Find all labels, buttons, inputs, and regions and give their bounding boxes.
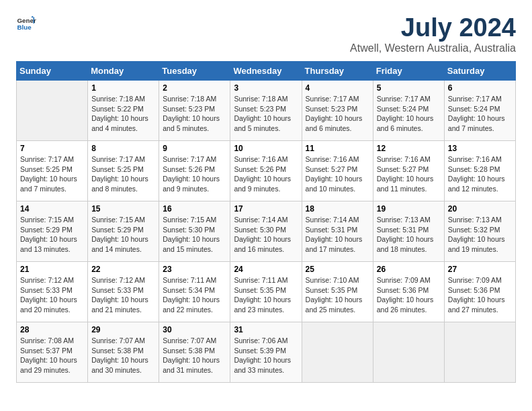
weekday-header-friday: Friday — [373, 62, 444, 81]
weekday-header-tuesday: Tuesday — [159, 62, 230, 81]
day-info: Sunrise: 7:07 AM Sunset: 5:38 PM Dayligh… — [163, 336, 226, 375]
day-info: Sunrise: 7:06 AM Sunset: 5:39 PM Dayligh… — [234, 336, 298, 375]
day-number: 19 — [377, 204, 441, 214]
day-info: Sunrise: 7:18 AM Sunset: 5:22 PM Dayligh… — [91, 94, 155, 134]
day-number: 8 — [91, 144, 155, 153]
day-info: Sunrise: 7:14 AM Sunset: 5:31 PM Dayligh… — [306, 215, 369, 255]
day-info: Sunrise: 7:12 AM Sunset: 5:33 PM Dayligh… — [20, 275, 84, 315]
calendar-cell: 23Sunrise: 7:11 AM Sunset: 5:34 PM Dayli… — [159, 262, 230, 322]
calendar-cell: 4Sunrise: 7:17 AM Sunset: 5:23 PM Daylig… — [302, 81, 373, 141]
day-number: 3 — [234, 83, 298, 93]
day-number: 31 — [234, 325, 298, 334]
day-info: Sunrise: 7:17 AM Sunset: 5:24 PM Dayligh… — [377, 94, 441, 134]
day-info: Sunrise: 7:18 AM Sunset: 5:23 PM Dayligh… — [234, 94, 298, 134]
calendar-cell: 5Sunrise: 7:17 AM Sunset: 5:24 PM Daylig… — [373, 81, 444, 141]
day-number: 2 — [163, 83, 226, 93]
title-block: July 2024 Atwell, Western Australia, Aus… — [350, 13, 516, 54]
day-number: 24 — [234, 265, 298, 274]
calendar-cell: 26Sunrise: 7:09 AM Sunset: 5:36 PM Dayli… — [373, 262, 444, 322]
calendar-cell: 12Sunrise: 7:16 AM Sunset: 5:27 PM Dayli… — [373, 141, 444, 201]
calendar-cell: 7Sunrise: 7:17 AM Sunset: 5:25 PM Daylig… — [17, 141, 88, 201]
day-info: Sunrise: 7:13 AM Sunset: 5:32 PM Dayligh… — [448, 215, 512, 255]
day-number: 21 — [20, 265, 84, 274]
calendar-cell: 1Sunrise: 7:18 AM Sunset: 5:22 PM Daylig… — [88, 81, 159, 141]
day-number: 29 — [91, 325, 155, 334]
day-info: Sunrise: 7:09 AM Sunset: 5:36 PM Dayligh… — [448, 275, 512, 315]
calendar-cell — [444, 322, 515, 383]
calendar-cell: 11Sunrise: 7:16 AM Sunset: 5:27 PM Dayli… — [302, 141, 373, 201]
day-number: 11 — [306, 144, 369, 153]
calendar-cell: 16Sunrise: 7:15 AM Sunset: 5:30 PM Dayli… — [159, 201, 230, 262]
day-info: Sunrise: 7:14 AM Sunset: 5:30 PM Dayligh… — [234, 215, 298, 255]
calendar-cell: 8Sunrise: 7:17 AM Sunset: 5:25 PM Daylig… — [88, 141, 159, 201]
day-info: Sunrise: 7:11 AM Sunset: 5:34 PM Dayligh… — [163, 275, 226, 315]
logo-icon: General Blue — [16, 13, 36, 34]
weekday-header-monday: Monday — [88, 62, 159, 81]
day-number: 20 — [448, 204, 512, 214]
calendar-cell: 27Sunrise: 7:09 AM Sunset: 5:36 PM Dayli… — [444, 262, 515, 322]
main-title: July 2024 — [350, 13, 516, 42]
day-info: Sunrise: 7:10 AM Sunset: 5:35 PM Dayligh… — [306, 275, 369, 315]
week-row-0: 1Sunrise: 7:18 AM Sunset: 5:22 PM Daylig… — [17, 81, 516, 141]
day-info: Sunrise: 7:16 AM Sunset: 5:26 PM Dayligh… — [234, 154, 298, 194]
calendar-cell: 15Sunrise: 7:15 AM Sunset: 5:29 PM Dayli… — [88, 201, 159, 262]
day-number: 30 — [163, 325, 226, 334]
calendar-cell: 14Sunrise: 7:15 AM Sunset: 5:29 PM Dayli… — [17, 201, 88, 262]
logo: General Blue — [16, 13, 36, 34]
header: General Blue July 2024 Atwell, Western A… — [16, 13, 516, 54]
calendar-cell: 9Sunrise: 7:17 AM Sunset: 5:26 PM Daylig… — [159, 141, 230, 201]
calendar-cell: 13Sunrise: 7:16 AM Sunset: 5:28 PM Dayli… — [444, 141, 515, 201]
calendar-cell: 24Sunrise: 7:11 AM Sunset: 5:35 PM Dayli… — [230, 262, 302, 322]
calendar-cell: 20Sunrise: 7:13 AM Sunset: 5:32 PM Dayli… — [444, 201, 515, 262]
calendar-cell: 10Sunrise: 7:16 AM Sunset: 5:26 PM Dayli… — [230, 141, 302, 201]
week-row-3: 21Sunrise: 7:12 AM Sunset: 5:33 PM Dayli… — [17, 262, 516, 322]
day-info: Sunrise: 7:08 AM Sunset: 5:37 PM Dayligh… — [20, 336, 84, 375]
calendar-cell — [302, 322, 373, 383]
subtitle: Atwell, Western Australia, Australia — [350, 42, 516, 54]
day-info: Sunrise: 7:16 AM Sunset: 5:27 PM Dayligh… — [377, 154, 441, 194]
weekday-header-thursday: Thursday — [302, 62, 373, 81]
day-number: 15 — [91, 204, 155, 214]
day-number: 16 — [163, 204, 226, 214]
calendar-cell: 19Sunrise: 7:13 AM Sunset: 5:31 PM Dayli… — [373, 201, 444, 262]
day-info: Sunrise: 7:16 AM Sunset: 5:28 PM Dayligh… — [448, 154, 512, 194]
day-number: 12 — [377, 144, 441, 153]
day-number: 7 — [20, 144, 84, 153]
svg-text:Blue: Blue — [17, 24, 32, 31]
day-info: Sunrise: 7:11 AM Sunset: 5:35 PM Dayligh… — [234, 275, 298, 315]
calendar-cell: 30Sunrise: 7:07 AM Sunset: 5:38 PM Dayli… — [159, 322, 230, 383]
day-number: 25 — [306, 265, 369, 274]
day-info: Sunrise: 7:12 AM Sunset: 5:33 PM Dayligh… — [91, 275, 155, 315]
day-number: 1 — [91, 83, 155, 93]
calendar-cell: 25Sunrise: 7:10 AM Sunset: 5:35 PM Dayli… — [302, 262, 373, 322]
day-info: Sunrise: 7:07 AM Sunset: 5:38 PM Dayligh… — [91, 336, 155, 375]
day-info: Sunrise: 7:15 AM Sunset: 5:30 PM Dayligh… — [163, 215, 226, 255]
day-info: Sunrise: 7:18 AM Sunset: 5:23 PM Dayligh… — [163, 94, 226, 134]
weekday-header-sunday: Sunday — [17, 62, 88, 81]
day-number: 9 — [163, 144, 226, 153]
day-info: Sunrise: 7:09 AM Sunset: 5:36 PM Dayligh… — [377, 275, 441, 315]
calendar-cell: 22Sunrise: 7:12 AM Sunset: 5:33 PM Dayli… — [88, 262, 159, 322]
day-number: 13 — [448, 144, 512, 153]
day-info: Sunrise: 7:17 AM Sunset: 5:25 PM Dayligh… — [91, 154, 155, 194]
week-row-2: 14Sunrise: 7:15 AM Sunset: 5:29 PM Dayli… — [17, 201, 516, 262]
day-number: 14 — [20, 204, 84, 214]
calendar-cell — [373, 322, 444, 383]
calendar-cell — [17, 81, 88, 141]
day-info: Sunrise: 7:17 AM Sunset: 5:25 PM Dayligh… — [20, 154, 84, 194]
day-number: 5 — [377, 83, 441, 93]
day-number: 10 — [234, 144, 298, 153]
day-number: 26 — [377, 265, 441, 274]
calendar-cell: 17Sunrise: 7:14 AM Sunset: 5:30 PM Dayli… — [230, 201, 302, 262]
calendar-cell: 29Sunrise: 7:07 AM Sunset: 5:38 PM Dayli… — [88, 322, 159, 383]
day-info: Sunrise: 7:15 AM Sunset: 5:29 PM Dayligh… — [91, 215, 155, 255]
weekday-header-row: SundayMondayTuesdayWednesdayThursdayFrid… — [17, 62, 516, 81]
day-number: 27 — [448, 265, 512, 274]
day-info: Sunrise: 7:17 AM Sunset: 5:24 PM Dayligh… — [448, 94, 512, 134]
calendar-cell: 2Sunrise: 7:18 AM Sunset: 5:23 PM Daylig… — [159, 81, 230, 141]
calendar-cell: 18Sunrise: 7:14 AM Sunset: 5:31 PM Dayli… — [302, 201, 373, 262]
weekday-header-saturday: Saturday — [444, 62, 515, 81]
day-number: 4 — [306, 83, 369, 93]
calendar-cell: 28Sunrise: 7:08 AM Sunset: 5:37 PM Dayli… — [17, 322, 88, 383]
day-number: 22 — [91, 265, 155, 274]
